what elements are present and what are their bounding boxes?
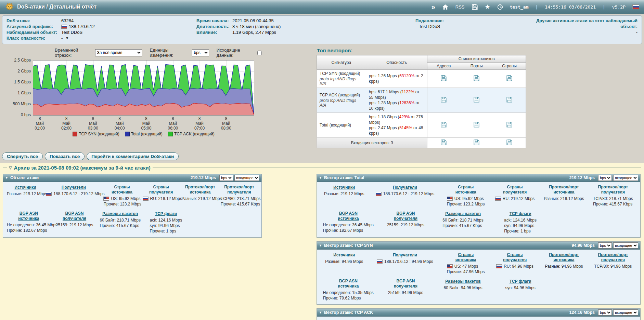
- metric-group-link[interactable]: Получатели: [393, 253, 417, 258]
- metric-group-link[interactable]: Размеры пакетов: [445, 211, 481, 216]
- history-clock-icon[interactable]: [497, 4, 503, 10]
- x-tick-label: 8Май08:00: [221, 116, 231, 131]
- vector-signature-cell: TCP ACK (входящий)proto tcp AND tflags A…: [317, 88, 366, 113]
- units-select[interactable]: bps: [192, 49, 209, 56]
- panel-units-select[interactable]: bps: [219, 175, 233, 181]
- metric-group-link[interactable]: TCP флаги: [155, 211, 177, 216]
- metric-group-link[interactable]: Источники: [333, 253, 355, 258]
- metric-group-link[interactable]: Протокол/порт получателя: [598, 185, 628, 195]
- metric-line: Прочие: 415.67 Kbps: [442, 223, 483, 228]
- mitigation-value[interactable]: Test DDoS: [419, 24, 440, 29]
- metric-group: Размеры пакетов60 Байт: 218.71 MbpsПрочи…: [434, 210, 492, 229]
- y-tick-label: 1.5 Gbps: [14, 80, 31, 84]
- language-flag-icon[interactable]: [632, 4, 639, 9]
- metric-line: 25159: 94.96 Mbps: [388, 290, 423, 295]
- save-countries-button[interactable]: [506, 121, 513, 128]
- metric-group-link[interactable]: Размеры пакетов: [102, 211, 138, 216]
- object-value[interactable]: Test DDoS: [61, 29, 82, 35]
- outgoing-checkbox[interactable]: [257, 51, 262, 55]
- panel-body: ИсточникиРазные: 219.12 MbpsПолучатели18…: [3, 182, 261, 237]
- metric-group-link[interactable]: Источники: [333, 185, 355, 190]
- collapse-archive-icon[interactable]: ▽: [9, 166, 12, 170]
- metric-group-link[interactable]: Источники: [15, 185, 36, 190]
- metric-line: Разные: 219.12 Mbps: [182, 196, 222, 201]
- metric-group-link[interactable]: TCP флаги: [510, 279, 531, 284]
- panel-units-select[interactable]: bps: [598, 242, 612, 249]
- metric-group-link[interactable]: Протокол/порт источника: [185, 185, 215, 195]
- show-all-button[interactable]: Показать все: [45, 152, 85, 160]
- metric-group: Страны получателяRU: 219.12 Mbps: [490, 184, 539, 202]
- metric-group-link[interactable]: TCP флаги: [510, 211, 531, 216]
- collapse-all-button[interactable]: Свернуть все: [2, 152, 43, 160]
- metric-group-link[interactable]: Страны получателя: [503, 252, 527, 263]
- metric-group-link[interactable]: Получатели: [62, 185, 86, 190]
- save-countries-button[interactable]: [506, 75, 513, 81]
- save-report-icon[interactable]: [472, 4, 478, 10]
- panel-units-select[interactable]: bps: [598, 175, 612, 181]
- panel-direction-select[interactable]: входящее: [234, 175, 259, 181]
- x-tick-label: 8Май01:00: [35, 116, 45, 131]
- collapse-panel-icon[interactable]: ▼: [5, 176, 8, 179]
- panel-rate: 219.12 Mbps: [569, 175, 595, 180]
- collapse-panel-icon[interactable]: ▼: [319, 244, 322, 247]
- save-addresses-button[interactable]: [440, 75, 447, 81]
- home-icon[interactable]: [442, 4, 449, 10]
- panel-direction-select[interactable]: входящее: [613, 175, 638, 181]
- user-link[interactable]: test_am: [510, 4, 529, 10]
- panel-units-select[interactable]: bps: [598, 309, 612, 316]
- panel-title: Объект атаки: [10, 175, 39, 180]
- metric-group-link[interactable]: Страны источника: [112, 185, 132, 195]
- metric-group-link[interactable]: BGP ASN получателя: [63, 211, 86, 221]
- x-tick-label: 8Май04:00: [115, 116, 125, 131]
- metric-group-link[interactable]: Страны получателя: [503, 185, 527, 195]
- metric-values: Разные: 219.12 Mbps: [7, 191, 47, 197]
- goto-comments-button[interactable]: Перейти к комментариям DoS-атаки: [87, 152, 179, 160]
- metric-line: Прочие: 1 bps: [504, 228, 537, 234]
- metric-group-link[interactable]: Страны источника: [455, 252, 476, 263]
- metric-group-link[interactable]: Размеры пакетов: [445, 279, 481, 284]
- save-ports-button[interactable]: [473, 121, 480, 128]
- metric-group-link[interactable]: Страны получателя: [149, 185, 173, 195]
- ru-flag-icon: [377, 259, 383, 264]
- save-ports-button[interactable]: [473, 139, 480, 146]
- save-addresses-button[interactable]: [440, 96, 447, 103]
- save-addresses-button[interactable]: [440, 139, 447, 146]
- favorites-star-icon[interactable]: ★: [485, 4, 490, 10]
- save-ports-button[interactable]: [473, 96, 480, 103]
- panel-direction-select[interactable]: входящее: [613, 309, 638, 316]
- y-tick-label: 0 bps: [21, 112, 31, 117]
- save-countries-button[interactable]: [506, 96, 513, 103]
- metric-group-link[interactable]: Страны источника: [455, 185, 476, 195]
- vector-signature-cell: Total (входящий): [317, 113, 366, 138]
- timespan-select[interactable]: За всё время: [95, 49, 142, 56]
- metric-group-link[interactable]: BGP ASN получателя: [394, 279, 417, 289]
- metric-group-link[interactable]: Протокол/порт получателя: [224, 185, 254, 195]
- severity-dropdown-icon[interactable]: ▼: [65, 35, 69, 41]
- save-addresses-button[interactable]: [440, 121, 447, 128]
- expand-icon[interactable]: »: [432, 3, 435, 10]
- metric-group-link[interactable]: Протокол/порт источника: [549, 185, 579, 195]
- save-ports-button[interactable]: [473, 75, 480, 81]
- metric-line: Разные: 94.96 Mbps: [545, 264, 583, 269]
- start-value: 2021-05-08 00:44:35: [232, 18, 274, 24]
- metric-group-link[interactable]: BGP ASN источника: [338, 279, 359, 289]
- panel-direction-select[interactable]: входящее: [613, 242, 638, 249]
- metric-group-link[interactable]: Протокол/порт источника: [549, 252, 579, 263]
- metric-group-link[interactable]: BGP ASN получателя: [394, 211, 417, 221]
- metric-line: TCP/80: 218.71 Mbps: [221, 196, 261, 201]
- metric-group: Получатели188.170.6.12 : 219.12 Mbps: [45, 184, 102, 197]
- collapse-panel-icon[interactable]: ▼: [319, 176, 322, 179]
- metric-group-link[interactable]: Получатели: [393, 185, 417, 190]
- metric-group-link[interactable]: BGP ASN источника: [18, 211, 39, 221]
- metric-group-link[interactable]: BGP ASN источника: [338, 211, 359, 221]
- collapse-panel-icon[interactable]: ▼: [319, 311, 322, 314]
- danger-line: bps: 1.18 Gbps (429% от 276 Mbps): [369, 114, 425, 125]
- metric-group: TCP флагиack: 124.16 Mbpssyn: 94.96 Mbps…: [143, 210, 189, 235]
- metric-line: syn: 94.96 Mbps: [505, 285, 536, 291]
- metric-line: Прочие: 123.2 Mbps: [103, 201, 141, 207]
- vector-signature-cell: TCP SYN (входящий)proto tcp AND tflags S…: [317, 70, 366, 88]
- panel-title: Вектор атаки: Total: [324, 175, 364, 180]
- rss-link[interactable]: RSS: [455, 4, 465, 10]
- metric-group-link[interactable]: Протокол/порт получателя: [598, 252, 628, 263]
- save-countries-button[interactable]: [506, 139, 513, 146]
